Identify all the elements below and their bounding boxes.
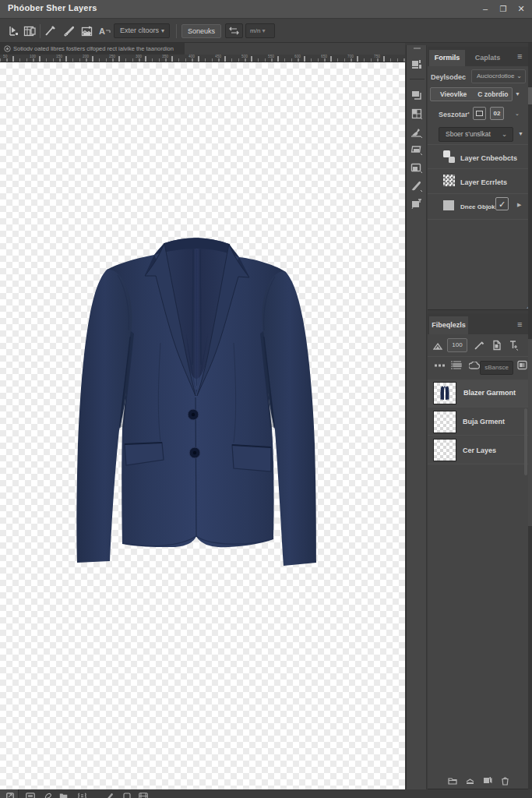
svg-text:A: A [99, 26, 105, 36]
